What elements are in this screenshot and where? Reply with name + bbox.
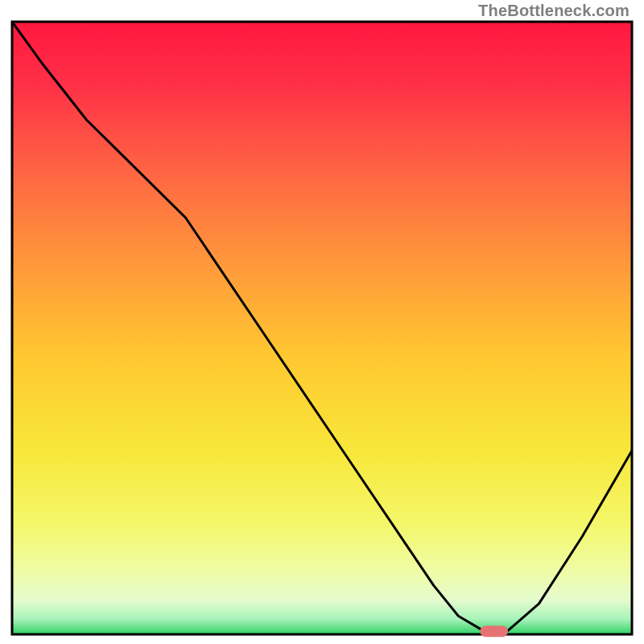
optimum-marker xyxy=(480,625,508,637)
chart-svg xyxy=(0,0,644,644)
svg-rect-1 xyxy=(480,625,508,637)
gradient-background xyxy=(12,22,632,634)
chart-root: TheBottleneck.com xyxy=(0,0,644,644)
